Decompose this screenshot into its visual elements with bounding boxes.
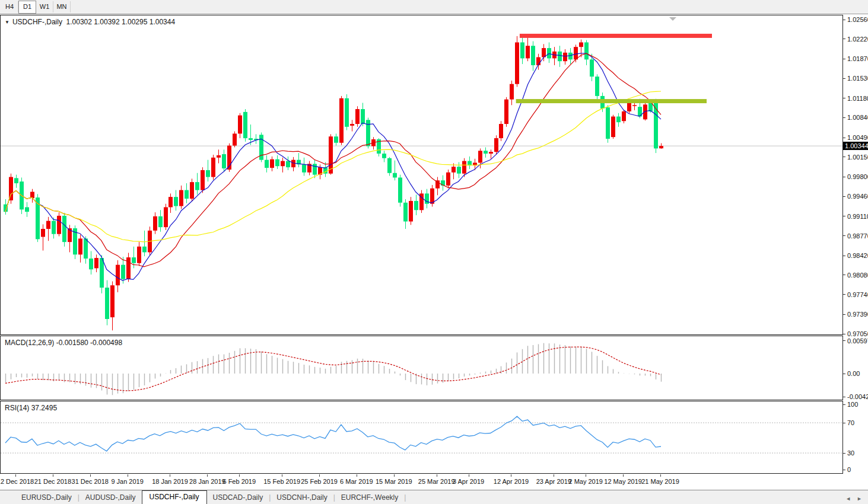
chart-title: ▼USDCHF-,Daily 1.00302 1.00392 1.00295 1… xyxy=(5,18,175,26)
macd-tick-label: 0.00 xyxy=(847,370,860,377)
price-tick-mark xyxy=(843,216,845,216)
price-tick-mark xyxy=(843,157,845,157)
tab-usdcad-daily[interactable]: USDCAD-,Daily xyxy=(207,492,269,504)
tab-separator: | xyxy=(404,493,406,504)
rsi-panel[interactable]: RSI(14) 37.2495 xyxy=(0,401,843,474)
price-tick-mark xyxy=(843,275,845,275)
tab-audusd-daily[interactable]: AUDUSD-,Daily xyxy=(80,492,142,504)
date-tick-label: 3 Apr 2019 xyxy=(453,478,484,485)
price-tick-label: 1.00490 xyxy=(847,134,868,141)
date-tick-label: 23 Apr 2019 xyxy=(536,478,571,485)
price-tick-mark xyxy=(843,138,845,138)
date-tick-mark xyxy=(319,474,320,477)
price-tick-label: 0.97050 xyxy=(847,330,868,337)
date-tick-label: 12 Dec 2018 xyxy=(0,478,34,485)
date-tick-label: 25 Mar 2019 xyxy=(418,478,455,485)
price-axis[interactable]: 1.025601.022201.018701.015301.011801.008… xyxy=(843,0,868,504)
date-tick-mark xyxy=(128,474,128,477)
price-tick-label: 0.99460 xyxy=(847,193,868,200)
date-tick-mark xyxy=(207,474,208,477)
tab-eurusd-daily[interactable]: EURUSD-,Daily xyxy=(15,492,78,504)
price-tick-label: 0.98420 xyxy=(847,252,868,259)
price-tick-label: 1.00840 xyxy=(847,114,868,121)
date-tick-label: 31 Dec 2018 xyxy=(72,478,109,485)
price-tick-label: 1.01870 xyxy=(847,55,868,62)
macd-tick-mark xyxy=(843,340,845,341)
main-chart-panel[interactable]: ▼USDCHF-,Daily 1.00302 1.00392 1.00295 1… xyxy=(0,15,843,335)
price-tick-label: 0.97390 xyxy=(847,311,868,318)
date-tick-mark xyxy=(437,474,437,477)
macd-tick-label: 0.00597 xyxy=(847,337,868,344)
macd-panel[interactable]: MACD(12,26,9) -0.001580 -0.000498 xyxy=(0,336,843,400)
price-tick-label: 1.02220 xyxy=(847,36,868,43)
candlestick-series xyxy=(4,35,663,330)
timeframe-toolbar: H4D1W1MN xyxy=(0,0,868,14)
rsi-tick-mark xyxy=(843,470,845,470)
rsi-tick-label: 70 xyxy=(847,419,854,426)
price-tick-label: 0.98770 xyxy=(847,232,868,240)
date-tick-label: 18 Jan 2019 xyxy=(152,478,188,485)
macd-plot xyxy=(1,336,842,400)
rsi-tick-mark xyxy=(843,423,845,423)
timeframe-button-w1[interactable]: W1 xyxy=(36,1,53,12)
macd-signal-line xyxy=(5,347,661,391)
chart-dropdown-icon[interactable]: ▼ xyxy=(5,20,9,25)
timeframe-button-d1[interactable]: D1 xyxy=(18,1,36,14)
chart-symbol-label: USDCHF-,Daily xyxy=(12,18,62,26)
price-tick-mark xyxy=(843,256,845,256)
price-tick-label: 0.99800 xyxy=(847,173,868,180)
macd-label: MACD(12,26,9) -0.001580 -0.000498 xyxy=(5,339,122,347)
price-tick-mark xyxy=(843,39,845,39)
date-tick-label: 6 Feb 2019 xyxy=(222,478,256,485)
price-tick-mark xyxy=(843,59,845,59)
support-line[interactable] xyxy=(516,99,707,103)
date-tick-mark xyxy=(554,474,554,477)
price-tick-label: 1.01530 xyxy=(847,75,868,82)
price-tick-mark xyxy=(843,177,845,177)
price-tick-mark xyxy=(843,78,845,79)
tab-usdchf-daily[interactable]: USDCHF-,Daily xyxy=(142,490,207,504)
timeframe-button-mn[interactable]: MN xyxy=(53,1,71,12)
date-tick-label: 12 Apr 2019 xyxy=(494,478,529,485)
tab-eurchf-weekly[interactable]: EURCHF-,Weekly xyxy=(335,492,404,504)
rsi-tick-label: 30 xyxy=(847,449,854,457)
price-tick-mark xyxy=(843,314,845,315)
date-tick-label: 12 May 2019 xyxy=(604,478,642,485)
tab-usdcnh-daily[interactable]: USDCNH-,Daily xyxy=(271,492,333,504)
date-tick-label: 21 Dec 2018 xyxy=(34,478,71,485)
rsi-line xyxy=(5,416,661,451)
tab-scroll-right-icon[interactable]: ► xyxy=(857,496,862,502)
date-tick-mark xyxy=(170,474,170,477)
price-tick-mark xyxy=(843,117,845,118)
date-tick-mark xyxy=(511,474,511,477)
date-tick-label: 6 Mar 2019 xyxy=(340,478,373,485)
rsi-tick-mark xyxy=(843,453,845,454)
date-axis[interactable]: 12 Dec 201821 Dec 201831 Dec 20189 Jan 2… xyxy=(0,474,843,489)
date-tick-label: 21 May 2019 xyxy=(641,478,679,485)
timeframe-button-h4[interactable]: H4 xyxy=(1,1,18,12)
date-tick-mark xyxy=(357,474,357,477)
macd-tick-label: -0.004243 xyxy=(847,393,868,400)
date-tick-label: 9 Jan 2019 xyxy=(111,478,143,485)
date-tick-label: 2 May 2019 xyxy=(568,478,602,485)
price-tick-mark xyxy=(843,334,845,334)
rsi-tick-label: 100 xyxy=(847,401,858,408)
date-tick-mark xyxy=(15,474,16,477)
chart-ohlc-values: 1.00302 1.00392 1.00295 1.00344 xyxy=(66,18,176,26)
price-tick-label: 1.00150 xyxy=(847,154,868,161)
tab-scroll-left-icon[interactable]: ◄ xyxy=(845,496,851,502)
rsi-tick-label: 0 xyxy=(847,466,851,473)
chart-shift-marker-icon xyxy=(669,17,676,21)
resistance-line[interactable] xyxy=(520,34,712,38)
date-tick-mark xyxy=(660,474,661,477)
date-tick-mark xyxy=(53,474,53,477)
candlestick-chart[interactable] xyxy=(1,15,842,334)
date-tick-mark xyxy=(586,474,586,477)
price-tick-label: 0.97740 xyxy=(847,291,868,298)
price-tick-label: 0.98080 xyxy=(847,272,868,279)
rsi-plot xyxy=(1,401,842,473)
date-tick-label: 28 Jan 2019 xyxy=(189,478,225,485)
price-tick-mark xyxy=(843,20,845,20)
price-tick-mark xyxy=(843,196,845,197)
date-tick-label: 25 Feb 2019 xyxy=(301,478,338,485)
